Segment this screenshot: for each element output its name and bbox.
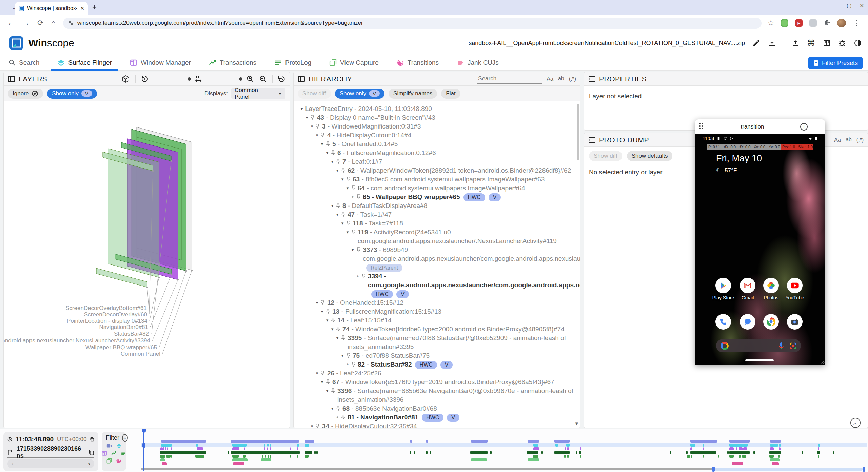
expand-arrow-icon[interactable]: ▾ — [329, 157, 336, 166]
transactions-segment[interactable] — [753, 451, 755, 454]
filter-presets-button[interactable]: Filter Presets — [808, 57, 863, 69]
flat-button[interactable]: Flat — [441, 88, 460, 99]
next-entry-icon[interactable]: › — [88, 460, 90, 467]
screen-recording-segment[interactable] — [161, 440, 206, 443]
new-tab-button[interactable]: + — [92, 4, 97, 11]
app-icon-phone[interactable] — [715, 314, 731, 330]
tree-node[interactable]: ▾8 - DefaultTaskDisplayArea#8 — [294, 201, 580, 210]
app-icon-chrome[interactable] — [763, 314, 779, 330]
expand-arrow-icon[interactable]: ▾ — [309, 122, 315, 131]
pin-icon[interactable] — [346, 219, 353, 225]
transactions-segment[interactable] — [410, 451, 411, 454]
show-defaults-button[interactable]: Show defaults — [627, 151, 673, 161]
pin-icon[interactable] — [331, 387, 337, 393]
pin-icon[interactable] — [346, 351, 353, 358]
protolog-segment[interactable] — [567, 455, 569, 458]
window-manager-segment[interactable] — [264, 447, 265, 450]
hierarchy-scrollbar[interactable] — [576, 103, 579, 421]
edit-trace-icon[interactable] — [752, 39, 761, 47]
pin-icon[interactable] — [351, 184, 358, 190]
app-icon-photos[interactable] — [763, 278, 779, 293]
screen-recording-trace-icon[interactable] — [106, 443, 112, 448]
timeline-range-selected[interactable] — [715, 468, 863, 471]
pin-icon[interactable] — [326, 378, 332, 384]
protolog-segment[interactable] — [691, 455, 692, 458]
window-manager-segment[interactable] — [779, 447, 781, 450]
tree-node[interactable]: ▾47 - Task=1#47 — [294, 210, 580, 219]
timeline-current-time[interactable]: 11:03:48.890 — [16, 436, 54, 443]
pin-icon[interactable] — [331, 316, 337, 322]
tree-node[interactable]: •81 - NavigationBar0#81HWCV — [294, 413, 580, 422]
bookmark-star-icon[interactable]: ☆ — [768, 19, 774, 27]
tab-protolog[interactable]: ProtoLog — [265, 55, 320, 71]
show-only-visible-toggle[interactable]: Show only V — [335, 88, 384, 99]
transitions-trace-icon[interactable] — [116, 458, 121, 464]
extension-icon-green[interactable] — [781, 19, 788, 27]
tree-node[interactable]: ▾3373 - 6989b49 com.google.android.apps.… — [294, 245, 580, 272]
match-case-icon[interactable]: Aa — [547, 76, 553, 82]
surface-flinger-segment[interactable] — [533, 444, 538, 447]
pin-icon[interactable] — [351, 360, 358, 367]
timeline-cursor-knob[interactable] — [142, 443, 145, 448]
protolog-segment[interactable] — [778, 455, 780, 458]
tab-view-capture[interactable]: View Capture — [320, 55, 388, 71]
tree-node[interactable]: ▾62 - WallpaperWindowToken{28892d1 token… — [294, 166, 580, 175]
match-word-icon[interactable]: ab — [558, 76, 564, 82]
zoom-in-icon[interactable] — [246, 75, 254, 83]
timeline-range-handle-right[interactable] — [863, 467, 865, 472]
protolog-segment[interactable] — [270, 455, 271, 458]
resize-handle[interactable] — [820, 359, 825, 364]
expand-arrow-icon[interactable]: ▾ — [314, 298, 320, 307]
transactions-segment[interactable] — [554, 451, 570, 454]
pin-icon[interactable] — [341, 210, 348, 217]
window-manager-segment[interactable] — [533, 447, 539, 450]
view-capture-segment[interactable] — [770, 458, 780, 461]
window-manager-segment[interactable] — [743, 447, 747, 450]
transactions-segment[interactable] — [729, 451, 750, 454]
mic-icon[interactable] — [778, 342, 784, 350]
transactions-segment[interactable] — [426, 451, 427, 454]
upload-icon[interactable] — [791, 39, 800, 47]
screen-recording-segment[interactable] — [729, 440, 750, 443]
match-word-icon[interactable]: ab — [846, 137, 852, 143]
pin-icon[interactable] — [315, 122, 322, 129]
layer-spacing-icon[interactable] — [195, 75, 202, 83]
tree-node[interactable]: ▾64 - com.android.systemui.wallpapers.Im… — [294, 184, 580, 193]
window-manager-segment[interactable] — [565, 447, 566, 450]
tree-node[interactable]: ▾3395 - Surface(name=ed70f88 StatusBar)/… — [294, 334, 580, 351]
minimize-icon[interactable]: — — [833, 3, 839, 9]
tree-node[interactable]: •65 - Wallpaper BBQ wrapper#65HWCV — [294, 193, 580, 201]
window-controls[interactable]: — ▢ ✕ — [833, 3, 864, 9]
screen-recording-segment[interactable] — [770, 440, 781, 443]
transactions-segment[interactable] — [527, 451, 538, 454]
tree-node[interactable]: ▾5 - OneHanded:0:14#5 — [294, 140, 580, 149]
url-bar[interactable]: winscope.teams.x20web.corp.google.com/pr… — [63, 18, 762, 29]
expand-arrow-icon[interactable]: ▾ — [314, 369, 320, 378]
transactions-segment[interactable] — [817, 451, 820, 454]
protolog-segment[interactable] — [243, 455, 246, 458]
transactions-segment[interactable] — [228, 451, 229, 454]
lens-icon[interactable] — [790, 342, 796, 349]
tab-transactions[interactable]: Transactions — [200, 55, 265, 71]
surface-flinger-segment[interactable] — [566, 444, 570, 447]
protolog-segment[interactable] — [742, 455, 746, 458]
pin-icon[interactable] — [331, 149, 337, 155]
ignore-button[interactable]: Ignore — [8, 88, 43, 99]
screen-recording-segment[interactable] — [410, 440, 412, 443]
protolog-segment[interactable] — [297, 455, 298, 458]
view-capture-segment[interactable] — [160, 458, 165, 461]
surface-flinger-segment[interactable] — [297, 444, 299, 447]
transactions-segment[interactable] — [769, 451, 781, 454]
collapse-panel-icon[interactable] — [588, 136, 596, 144]
regex-icon[interactable]: (.*) — [856, 137, 864, 143]
profile-avatar[interactable] — [837, 19, 846, 27]
tab-window-manager[interactable]: Window Manager — [121, 55, 200, 71]
download-icon[interactable] — [768, 39, 776, 47]
transitions-segment[interactable] — [772, 462, 779, 465]
expand-arrow-icon[interactable]: ▾ — [349, 245, 356, 254]
layers-3d-canvas[interactable]: ScreenDecorOverlayBottom#61 ScreenDecorO… — [4, 101, 290, 428]
shortcuts-icon[interactable]: ⌘ — [807, 38, 815, 48]
window-manager-trace-icon[interactable] — [102, 451, 107, 456]
expand-arrow-icon[interactable]: ▾ — [298, 104, 305, 113]
surface-flinger-segment[interactable] — [690, 444, 695, 447]
